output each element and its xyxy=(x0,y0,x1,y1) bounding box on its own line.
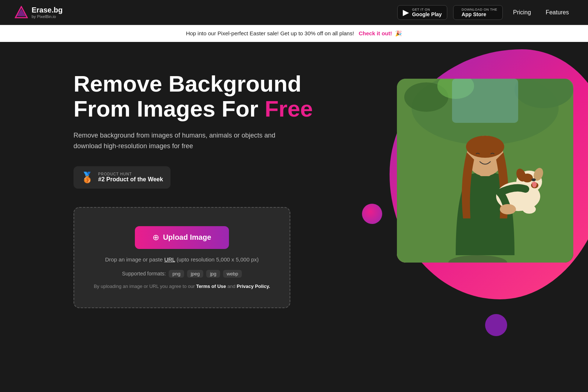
hero-title: Remove Background From Images For Free xyxy=(74,71,323,121)
svg-point-22 xyxy=(500,204,516,214)
hero-title-line2-prefix: From Images For xyxy=(74,96,265,121)
logo-text: Erase.bg by PixelBin.io xyxy=(32,6,62,19)
product-hunt-text: PRODUCT HUNT #2 Product of the Week xyxy=(98,172,163,183)
product-hunt-label: PRODUCT HUNT xyxy=(98,172,163,176)
svg-rect-7 xyxy=(452,79,518,123)
format-jpg: jpg xyxy=(206,270,220,278)
format-jpeg: jpeg xyxy=(187,270,204,278)
app-store-text: Download on the App Store xyxy=(462,8,497,17)
main-content: Remove Background From Images For Free R… xyxy=(0,42,588,373)
google-play-text: GET IT ON Google Play xyxy=(412,8,442,17)
terms-of-use-link[interactable]: Terms of Use xyxy=(196,284,226,289)
decorative-blob-bottom xyxy=(485,314,507,336)
nav-right: ▶ GET IT ON Google Play Download on the … xyxy=(397,5,573,20)
features-link[interactable]: Features xyxy=(541,9,573,16)
hero-title-line1: Remove Background xyxy=(74,71,301,96)
upload-button-label: Upload Image xyxy=(163,233,211,242)
svg-point-19 xyxy=(532,182,537,188)
hero-subtitle: Remove background from images of humans,… xyxy=(74,130,294,152)
terms-text: By uploading an image or URL you agree t… xyxy=(89,284,275,289)
google-play-icon: ▶ xyxy=(403,8,409,17)
logo-title: Erase.bg xyxy=(32,6,62,14)
announcement-emoji: 🎉 xyxy=(395,30,402,36)
upload-button[interactable]: ⊕ Upload Image xyxy=(135,226,229,249)
hero-image-area xyxy=(375,49,588,307)
upload-area: ⊕ Upload Image Drop an image or paste UR… xyxy=(74,207,290,308)
announcement-bar: Hop into our Pixel-perfect Easter sale! … xyxy=(0,25,588,42)
app-store-button[interactable]: Download on the App Store xyxy=(453,5,503,20)
svg-point-18 xyxy=(531,178,536,181)
announcement-cta[interactable]: Check it out! xyxy=(359,30,392,36)
supported-label: Supported formats: xyxy=(122,271,166,277)
svg-point-11 xyxy=(466,136,504,158)
format-png: png xyxy=(169,270,184,278)
upload-plus-icon: ⊕ xyxy=(153,233,159,242)
svg-point-21 xyxy=(523,205,536,214)
pricing-link[interactable]: Pricing xyxy=(509,9,535,16)
format-webp: webp xyxy=(223,270,242,278)
navbar: Erase.bg by PixelBin.io ▶ GET IT ON Goog… xyxy=(0,0,588,25)
announcement-text: Hop into our Pixel-perfect Easter sale! … xyxy=(186,30,354,36)
url-link[interactable]: URL xyxy=(164,256,175,263)
product-hunt-badge[interactable]: 🥉 PRODUCT HUNT #2 Product of the Week xyxy=(74,166,171,189)
google-play-button[interactable]: ▶ GET IT ON Google Play xyxy=(397,5,447,20)
hero-text: Remove Background From Images For Free R… xyxy=(74,71,323,308)
hero-title-free: Free xyxy=(265,96,313,121)
upload-drop-text: Drop an image or paste URL (upto resolut… xyxy=(89,256,275,263)
logo-area[interactable]: Erase.bg by PixelBin.io xyxy=(15,6,62,19)
product-hunt-rank: #2 Product of the Week xyxy=(98,176,163,183)
hero-image-svg xyxy=(397,79,573,263)
privacy-policy-link[interactable]: Privacy Policy. xyxy=(237,284,270,289)
hero-image-frame xyxy=(397,79,573,263)
logo-icon xyxy=(15,6,28,19)
supported-formats: Supported formats: png jpeg jpg webp xyxy=(89,270,275,278)
logo-subtitle: by PixelBin.io xyxy=(32,14,62,19)
hero-image xyxy=(397,79,573,263)
product-hunt-medal-icon: 🥉 xyxy=(81,171,94,183)
